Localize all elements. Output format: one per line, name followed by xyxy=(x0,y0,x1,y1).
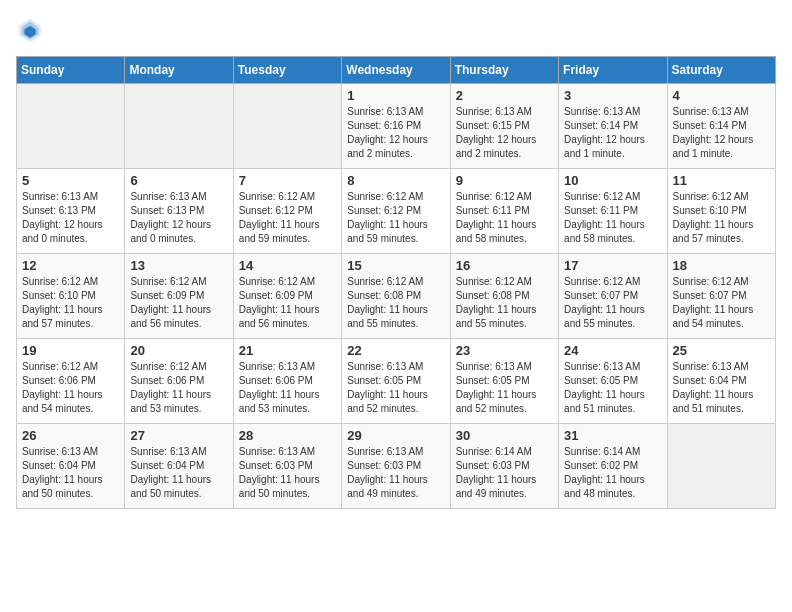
day-info: Sunrise: 6:12 AM Sunset: 6:12 PM Dayligh… xyxy=(347,190,444,246)
weekday-header-monday: Monday xyxy=(125,57,233,84)
day-info: Sunrise: 6:12 AM Sunset: 6:10 PM Dayligh… xyxy=(673,190,770,246)
day-number: 25 xyxy=(673,343,770,358)
day-info: Sunrise: 6:12 AM Sunset: 6:07 PM Dayligh… xyxy=(564,275,661,331)
calendar-cell: 6Sunrise: 6:13 AM Sunset: 6:13 PM Daylig… xyxy=(125,169,233,254)
calendar-cell: 10Sunrise: 6:12 AM Sunset: 6:11 PM Dayli… xyxy=(559,169,667,254)
calendar-cell: 7Sunrise: 6:12 AM Sunset: 6:12 PM Daylig… xyxy=(233,169,341,254)
day-info: Sunrise: 6:12 AM Sunset: 6:10 PM Dayligh… xyxy=(22,275,119,331)
day-number: 27 xyxy=(130,428,227,443)
day-info: Sunrise: 6:13 AM Sunset: 6:14 PM Dayligh… xyxy=(564,105,661,161)
calendar-cell: 15Sunrise: 6:12 AM Sunset: 6:08 PM Dayli… xyxy=(342,254,450,339)
weekday-header-wednesday: Wednesday xyxy=(342,57,450,84)
calendar-cell: 17Sunrise: 6:12 AM Sunset: 6:07 PM Dayli… xyxy=(559,254,667,339)
day-number: 9 xyxy=(456,173,553,188)
calendar-cell: 16Sunrise: 6:12 AM Sunset: 6:08 PM Dayli… xyxy=(450,254,558,339)
day-number: 24 xyxy=(564,343,661,358)
day-number: 29 xyxy=(347,428,444,443)
calendar-week-row: 5Sunrise: 6:13 AM Sunset: 6:13 PM Daylig… xyxy=(17,169,776,254)
day-info: Sunrise: 6:13 AM Sunset: 6:13 PM Dayligh… xyxy=(22,190,119,246)
calendar-cell: 22Sunrise: 6:13 AM Sunset: 6:05 PM Dayli… xyxy=(342,339,450,424)
calendar-cell: 30Sunrise: 6:14 AM Sunset: 6:03 PM Dayli… xyxy=(450,424,558,509)
calendar-cell: 21Sunrise: 6:13 AM Sunset: 6:06 PM Dayli… xyxy=(233,339,341,424)
day-number: 17 xyxy=(564,258,661,273)
day-number: 14 xyxy=(239,258,336,273)
day-number: 3 xyxy=(564,88,661,103)
day-number: 15 xyxy=(347,258,444,273)
logo-icon xyxy=(16,16,44,44)
calendar-cell: 9Sunrise: 6:12 AM Sunset: 6:11 PM Daylig… xyxy=(450,169,558,254)
day-number: 30 xyxy=(456,428,553,443)
calendar-cell: 27Sunrise: 6:13 AM Sunset: 6:04 PM Dayli… xyxy=(125,424,233,509)
calendar-cell: 11Sunrise: 6:12 AM Sunset: 6:10 PM Dayli… xyxy=(667,169,775,254)
day-info: Sunrise: 6:12 AM Sunset: 6:12 PM Dayligh… xyxy=(239,190,336,246)
calendar-cell xyxy=(233,84,341,169)
day-number: 21 xyxy=(239,343,336,358)
calendar-cell: 19Sunrise: 6:12 AM Sunset: 6:06 PM Dayli… xyxy=(17,339,125,424)
calendar-cell: 2Sunrise: 6:13 AM Sunset: 6:15 PM Daylig… xyxy=(450,84,558,169)
day-number: 23 xyxy=(456,343,553,358)
calendar-cell: 14Sunrise: 6:12 AM Sunset: 6:09 PM Dayli… xyxy=(233,254,341,339)
day-info: Sunrise: 6:12 AM Sunset: 6:06 PM Dayligh… xyxy=(130,360,227,416)
calendar-cell: 1Sunrise: 6:13 AM Sunset: 6:16 PM Daylig… xyxy=(342,84,450,169)
day-number: 16 xyxy=(456,258,553,273)
weekday-header-friday: Friday xyxy=(559,57,667,84)
day-info: Sunrise: 6:12 AM Sunset: 6:09 PM Dayligh… xyxy=(239,275,336,331)
day-info: Sunrise: 6:13 AM Sunset: 6:13 PM Dayligh… xyxy=(130,190,227,246)
logo xyxy=(16,16,48,44)
calendar-week-row: 19Sunrise: 6:12 AM Sunset: 6:06 PM Dayli… xyxy=(17,339,776,424)
calendar-cell: 13Sunrise: 6:12 AM Sunset: 6:09 PM Dayli… xyxy=(125,254,233,339)
day-info: Sunrise: 6:12 AM Sunset: 6:09 PM Dayligh… xyxy=(130,275,227,331)
day-info: Sunrise: 6:12 AM Sunset: 6:08 PM Dayligh… xyxy=(456,275,553,331)
day-number: 10 xyxy=(564,173,661,188)
calendar-week-row: 26Sunrise: 6:13 AM Sunset: 6:04 PM Dayli… xyxy=(17,424,776,509)
weekday-header-saturday: Saturday xyxy=(667,57,775,84)
day-number: 22 xyxy=(347,343,444,358)
day-number: 31 xyxy=(564,428,661,443)
calendar-cell xyxy=(667,424,775,509)
day-info: Sunrise: 6:12 AM Sunset: 6:08 PM Dayligh… xyxy=(347,275,444,331)
calendar-cell: 12Sunrise: 6:12 AM Sunset: 6:10 PM Dayli… xyxy=(17,254,125,339)
day-number: 20 xyxy=(130,343,227,358)
day-info: Sunrise: 6:13 AM Sunset: 6:15 PM Dayligh… xyxy=(456,105,553,161)
day-number: 11 xyxy=(673,173,770,188)
calendar-cell xyxy=(125,84,233,169)
calendar-cell: 29Sunrise: 6:13 AM Sunset: 6:03 PM Dayli… xyxy=(342,424,450,509)
calendar-cell: 25Sunrise: 6:13 AM Sunset: 6:04 PM Dayli… xyxy=(667,339,775,424)
calendar-cell xyxy=(17,84,125,169)
day-info: Sunrise: 6:13 AM Sunset: 6:03 PM Dayligh… xyxy=(239,445,336,501)
calendar-cell: 24Sunrise: 6:13 AM Sunset: 6:05 PM Dayli… xyxy=(559,339,667,424)
day-number: 7 xyxy=(239,173,336,188)
calendar-week-row: 1Sunrise: 6:13 AM Sunset: 6:16 PM Daylig… xyxy=(17,84,776,169)
day-info: Sunrise: 6:13 AM Sunset: 6:14 PM Dayligh… xyxy=(673,105,770,161)
day-info: Sunrise: 6:13 AM Sunset: 6:06 PM Dayligh… xyxy=(239,360,336,416)
weekday-header-row: SundayMondayTuesdayWednesdayThursdayFrid… xyxy=(17,57,776,84)
calendar-cell: 5Sunrise: 6:13 AM Sunset: 6:13 PM Daylig… xyxy=(17,169,125,254)
day-number: 26 xyxy=(22,428,119,443)
day-info: Sunrise: 6:13 AM Sunset: 6:03 PM Dayligh… xyxy=(347,445,444,501)
day-number: 8 xyxy=(347,173,444,188)
calendar-cell: 26Sunrise: 6:13 AM Sunset: 6:04 PM Dayli… xyxy=(17,424,125,509)
weekday-header-tuesday: Tuesday xyxy=(233,57,341,84)
day-number: 28 xyxy=(239,428,336,443)
day-info: Sunrise: 6:13 AM Sunset: 6:05 PM Dayligh… xyxy=(564,360,661,416)
day-number: 6 xyxy=(130,173,227,188)
calendar-cell: 8Sunrise: 6:12 AM Sunset: 6:12 PM Daylig… xyxy=(342,169,450,254)
calendar-table: SundayMondayTuesdayWednesdayThursdayFrid… xyxy=(16,56,776,509)
calendar-cell: 23Sunrise: 6:13 AM Sunset: 6:05 PM Dayli… xyxy=(450,339,558,424)
day-info: Sunrise: 6:12 AM Sunset: 6:06 PM Dayligh… xyxy=(22,360,119,416)
weekday-header-sunday: Sunday xyxy=(17,57,125,84)
weekday-header-thursday: Thursday xyxy=(450,57,558,84)
day-info: Sunrise: 6:13 AM Sunset: 6:04 PM Dayligh… xyxy=(130,445,227,501)
calendar-cell: 20Sunrise: 6:12 AM Sunset: 6:06 PM Dayli… xyxy=(125,339,233,424)
day-info: Sunrise: 6:12 AM Sunset: 6:11 PM Dayligh… xyxy=(564,190,661,246)
day-info: Sunrise: 6:13 AM Sunset: 6:16 PM Dayligh… xyxy=(347,105,444,161)
day-number: 18 xyxy=(673,258,770,273)
calendar-cell: 31Sunrise: 6:14 AM Sunset: 6:02 PM Dayli… xyxy=(559,424,667,509)
day-number: 5 xyxy=(22,173,119,188)
day-number: 12 xyxy=(22,258,119,273)
calendar-cell: 28Sunrise: 6:13 AM Sunset: 6:03 PM Dayli… xyxy=(233,424,341,509)
day-number: 4 xyxy=(673,88,770,103)
page-header xyxy=(16,16,776,44)
day-info: Sunrise: 6:12 AM Sunset: 6:07 PM Dayligh… xyxy=(673,275,770,331)
day-number: 1 xyxy=(347,88,444,103)
